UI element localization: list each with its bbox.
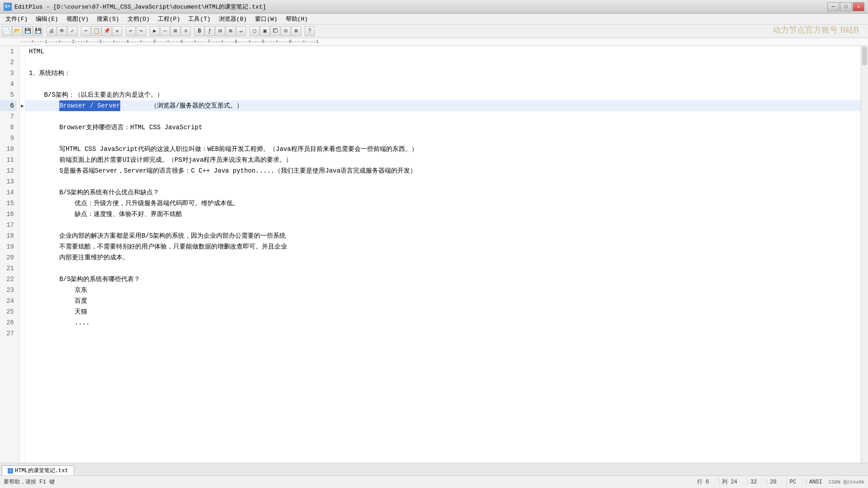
code-line[interactable]: B/S架构：（以后主要走的方向是这个。） [25, 89, 861, 100]
menu-item[interactable]: 编辑(E) [32, 14, 61, 24]
code-line[interactable]: 1、系统结构： [25, 68, 861, 79]
arrow-cell [20, 144, 25, 155]
code-line[interactable]: Browser / Server （浏览器/服务器的交互形式。） [25, 100, 861, 111]
code-line[interactable]: HTML [25, 46, 861, 57]
menu-item[interactable]: 浏览器(B) [215, 14, 250, 24]
minimize-button[interactable]: ─ [827, 2, 839, 11]
code-line[interactable] [25, 220, 861, 230]
tb-block1[interactable]: ▢ [250, 26, 259, 36]
tb-undo[interactable]: ↩ [126, 26, 136, 36]
arrow-cell [20, 79, 25, 89]
arrow-cell [20, 198, 25, 209]
arrow-cell [20, 57, 25, 68]
code-line[interactable] [25, 176, 861, 187]
close-button[interactable]: ✕ [853, 2, 864, 11]
menu-item[interactable]: 搜索(S) [93, 14, 123, 24]
tab-bar: ✦ HTML的课堂笔记.txt [0, 463, 868, 475]
tb-saveall[interactable]: 💾 [33, 26, 43, 36]
tb-wrap[interactable]: ↵ [236, 26, 246, 36]
code-line[interactable]: 优点：升级方便，只升级服务器端代码即可。维护成本低。 [25, 198, 861, 209]
code-line[interactable]: 内部更注重维护的成本。 [25, 252, 861, 263]
tb-save[interactable]: 💾 [23, 26, 33, 36]
arrow-cell [20, 220, 25, 230]
menu-item[interactable]: 文档(D) [124, 14, 153, 24]
menu-item[interactable]: 工具(T) [184, 14, 214, 24]
tb-cut[interactable]: ✂ [81, 26, 91, 36]
arrow-cell [20, 176, 25, 187]
status-col: 列 24 [719, 478, 740, 486]
code-line[interactable]: B/S架构的系统有哪些代表？ [25, 274, 861, 285]
code-line[interactable] [25, 263, 861, 274]
code-area[interactable]: HTML1、系统结构： B/S架构：（以后主要走的方向是这个。） Browser… [25, 46, 861, 463]
code-line[interactable]: .... [25, 317, 861, 328]
menu-item[interactable]: 文件(F) [2, 14, 31, 24]
tb-sync[interactable]: ↔ [160, 26, 170, 36]
code-line[interactable]: B/S架构的系统有什么优点和缺点？ [25, 187, 861, 198]
tb-block5[interactable]: ⊠ [291, 26, 301, 36]
code-line[interactable] [25, 133, 861, 144]
code-line[interactable]: 缺点：速度慢、体验不好、界面不炫酷 [25, 209, 861, 220]
selected-text: Browser / Server [59, 100, 120, 111]
code-line[interactable]: 企业内部的解决方案都是采用B/S架构的系统，因为企业内部办公需要的一些系统 [25, 230, 861, 241]
status-encoding: ANSI [806, 479, 825, 485]
tb-copy[interactable]: 📋 [91, 26, 101, 36]
line-number: 6 [0, 100, 17, 111]
status-row: 行 6 [694, 478, 712, 486]
code-line[interactable]: S是服务器端Server，Server端的语言很多：C C++ Java pyt… [25, 165, 861, 176]
code-line[interactable]: 京东 [25, 285, 861, 296]
arrow-cell [20, 296, 25, 306]
code-line[interactable]: 不需要炫酷，不需要特别好的用户体验，只要能做数据的增删改查即可。并且企业 [25, 241, 861, 252]
arrow-cell [20, 165, 25, 176]
tb-print[interactable]: 🖨 [47, 26, 57, 36]
tb-func[interactable]: ƒ [205, 26, 215, 36]
tb-spellcheck[interactable]: ✓ [67, 26, 77, 36]
code-line[interactable] [25, 328, 861, 339]
arrow-cell [20, 252, 25, 263]
code-line[interactable] [25, 111, 861, 122]
menu-item[interactable]: 帮助(H) [282, 14, 311, 24]
tb-list[interactable]: ≡ [181, 26, 191, 36]
tb-delete[interactable]: ✕ [112, 26, 122, 36]
tb-help[interactable]: ? [305, 26, 315, 36]
tb-align2[interactable]: ⊞ [226, 26, 236, 36]
tb-browser[interactable]: ⊞ [170, 26, 180, 36]
tb-redo[interactable]: ↪ [136, 26, 146, 36]
tb-bold[interactable]: B [194, 26, 204, 36]
editor-container: 1234567891011121314151617181920212223242… [0, 46, 868, 463]
tb-new[interactable]: 📄 [2, 26, 12, 36]
tb-paste[interactable]: 📌 [102, 26, 112, 36]
tb-open[interactable]: 📂 [12, 26, 22, 36]
code-line[interactable]: 写HTML CSS JavaScript代码的这波人职位叫做：WEB前端开发工程… [25, 144, 861, 155]
line-number: 3 [0, 68, 17, 79]
arrow-cell [20, 187, 25, 198]
maximize-button[interactable]: □ [840, 2, 852, 11]
code-line[interactable] [25, 79, 861, 89]
file-tab[interactable]: ✦ HTML的课堂笔记.txt [2, 465, 74, 475]
line-number: 25 [0, 306, 17, 317]
code-line[interactable]: 百度 [25, 296, 861, 306]
line-number: 7 [0, 111, 17, 122]
menu-item[interactable]: 窗口(W) [251, 14, 281, 24]
tb-align[interactable]: ⊟ [215, 26, 225, 36]
tb-block2[interactable]: ▣ [260, 26, 270, 36]
tb-block3[interactable]: ⧠ [270, 26, 280, 36]
menu-item[interactable]: 视图(V) [63, 14, 92, 24]
line-numbers: 1234567891011121314151617181920212223242… [0, 46, 20, 463]
scrollbar-right[interactable] [861, 46, 868, 463]
toolbar: 📄 📂 💾 💾 🖨 👁 ✓ ✂ 📋 📌 ✕ ↩ ↪ ▶ ↔ ⊞ ≡ B ƒ ⊟ … [0, 24, 868, 38]
line-number: 20 [0, 252, 17, 263]
tb-run[interactable]: ▶ [150, 26, 160, 36]
line-number: 19 [0, 241, 17, 252]
tb-preview[interactable]: 👁 [57, 26, 67, 36]
status-right: 行 6 列 24 32 20 PC ANSI [694, 478, 825, 486]
code-line[interactable]: Browser支持哪些语言：HTML CSS JavaScript [25, 122, 861, 133]
code-line[interactable]: 前端页面上的图片需要UI设计师完成。（PS对java程序员来说没有太高的要求。） [25, 155, 861, 165]
status-col2: 32 [747, 479, 760, 485]
tb-block4[interactable]: ⊡ [281, 26, 291, 36]
line-number: 5 [0, 89, 17, 100]
menu-item[interactable]: 工程(P) [154, 14, 184, 24]
arrow-cell [20, 46, 25, 57]
csdn-label: CSDN @zzoudk [829, 479, 864, 485]
code-line[interactable]: 天猫 [25, 306, 861, 317]
code-line[interactable] [25, 57, 861, 68]
